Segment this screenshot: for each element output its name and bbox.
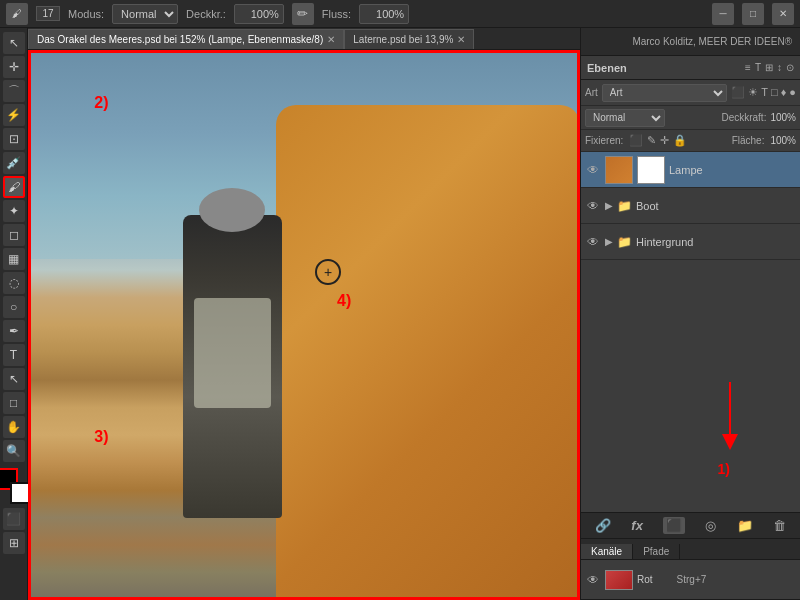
layer-arrow-hintergrund[interactable]: ▶ xyxy=(605,236,613,247)
user-info: Marco Kolditz, MEER DER IDEEN® xyxy=(632,36,792,47)
text-tool[interactable]: T xyxy=(3,344,25,366)
lasso-tool[interactable]: ⌒ xyxy=(3,80,25,102)
filter-icon-smart[interactable]: ♦ xyxy=(781,86,787,99)
tab-pfade[interactable]: Pfade xyxy=(633,544,680,559)
screen-mode-btn[interactable]: ⊞ xyxy=(3,532,25,554)
canvas-area: Das Orakel des Meeres.psd bei 152% (Lamp… xyxy=(28,28,580,600)
layer-item-hintergrund[interactable]: 👁 ▶ 📁 Hintergrund xyxy=(581,224,800,260)
channel-rot[interactable]: Rot Strg+7 xyxy=(605,570,706,590)
layer-thumb-lampe xyxy=(605,156,633,184)
layers-panel: Ebenen ≡ T ⊞ ↕ ⊙ Art Art ⬛ ☀ T xyxy=(581,56,800,538)
figure-body xyxy=(276,105,580,600)
canvas-image[interactable]: + 2) 3) 4) xyxy=(28,50,580,600)
fluss-label: Fluss: xyxy=(322,8,351,20)
tab-secondary[interactable]: Laterne.psd bei 13,9% ✕ xyxy=(344,29,474,49)
tab-kanale[interactable]: Kanäle xyxy=(581,544,633,559)
new-folder-icon[interactable]: 📁 xyxy=(737,518,753,533)
annotation-3: 3) xyxy=(94,428,108,446)
airbrush-icon[interactable]: ✏ xyxy=(292,3,314,25)
layer-filter-row: Art Art ⬛ ☀ T □ ♦ ● xyxy=(581,80,800,106)
layer-eye-boot[interactable]: 👁 xyxy=(585,198,601,214)
zoom-tool[interactable]: 🔍 xyxy=(3,440,25,462)
color-swatch-area xyxy=(0,468,32,504)
filter-icon-text[interactable]: T xyxy=(761,86,768,99)
layers-icon-3[interactable]: ⊞ xyxy=(765,62,773,73)
selection-tool[interactable]: ↖ xyxy=(3,32,25,54)
tab-main[interactable]: Das Orakel des Meeres.psd bei 152% (Lamp… xyxy=(28,29,344,49)
layers-icon-2[interactable]: T xyxy=(755,62,761,73)
layer-name-hintergrund: Hintergrund xyxy=(636,236,796,248)
eyedropper-tool[interactable]: 💉 xyxy=(3,152,25,174)
tab-bar: Das Orakel des Meeres.psd bei 152% (Lamp… xyxy=(28,28,580,50)
quick-mask-btn[interactable]: ⬛ xyxy=(3,508,25,530)
brush-icon: 🖌 xyxy=(6,3,28,25)
move-tool[interactable]: ✛ xyxy=(3,56,25,78)
lantern-glass xyxy=(194,298,271,408)
layer-arrow-boot[interactable]: ▶ xyxy=(605,200,613,211)
layer-eye-hintergrund[interactable]: 👁 xyxy=(585,234,601,250)
deckraft-label: Deckkr.: xyxy=(186,8,226,20)
filter-icons: ⬛ ☀ T □ ♦ ● xyxy=(731,86,796,99)
crop-tool[interactable]: ⊡ xyxy=(3,128,25,150)
filter-icon-shape[interactable]: □ xyxy=(771,86,778,99)
path-select-tool[interactable]: ↖ xyxy=(3,368,25,390)
lock-move[interactable]: ✛ xyxy=(660,134,669,147)
modus-label: Modus: xyxy=(68,8,104,20)
filter-dropdown[interactable]: Art xyxy=(602,84,728,102)
close-btn[interactable]: ✕ xyxy=(772,3,794,25)
pen-tool[interactable]: ✒ xyxy=(3,320,25,342)
left-toolbar: ↖ ✛ ⌒ ⚡ ⊡ 💉 🖌 ✦ ◻ ▦ ◌ ○ ✒ T ↖ □ ✋ 🔍 ⬛ ⊞ xyxy=(0,28,28,600)
channel-name-rot: Rot xyxy=(637,574,653,585)
modus-dropdown[interactable]: Normal xyxy=(112,4,178,24)
tab-secondary-close[interactable]: ✕ xyxy=(457,34,465,45)
fx-icon[interactable]: fx xyxy=(631,518,643,533)
layer-name-boot: Boot xyxy=(636,200,796,212)
eraser-tool[interactable]: ◻ xyxy=(3,224,25,246)
link-icon[interactable]: 🔗 xyxy=(595,518,611,533)
fix-label: Fixieren: xyxy=(585,135,623,146)
channel-eye-rot[interactable]: 👁 xyxy=(585,572,601,588)
lock-all[interactable]: 🔒 xyxy=(673,134,687,147)
adjustment-icon[interactable]: ◎ xyxy=(705,518,716,533)
shape-tool[interactable]: □ xyxy=(3,392,25,414)
filter-toggle[interactable]: ● xyxy=(789,86,796,99)
lock-position[interactable]: ✎ xyxy=(647,134,656,147)
layers-title: Ebenen xyxy=(587,62,627,74)
clone-stamp-tool[interactable]: ✦ xyxy=(3,200,25,222)
brush-tool red-outline active[interactable]: 🖌 xyxy=(3,176,25,198)
opacity-value: 100% xyxy=(770,112,796,123)
fill-value: 100% xyxy=(770,135,796,146)
top-bar: 🖌 17 Modus: Normal Deckkr.: ✏ Fluss: ─ □… xyxy=(0,0,800,28)
minimize-btn[interactable]: ─ xyxy=(712,3,734,25)
annotation-2: 2) xyxy=(94,94,108,112)
layers-icon-4[interactable]: ↕ xyxy=(777,62,782,73)
gradient-tool[interactable]: ▦ xyxy=(3,248,25,270)
layers-icon-5[interactable]: ⊙ xyxy=(786,62,794,73)
layer-folder-boot: 📁 xyxy=(617,199,632,213)
dodge-tool[interactable]: ○ xyxy=(3,296,25,318)
channel-shortcut-rot: Strg+7 xyxy=(677,574,707,585)
layer-item-boot[interactable]: 👁 ▶ 📁 Boot xyxy=(581,188,800,224)
filter-icon-pixel[interactable]: ⬛ xyxy=(731,86,745,99)
magic-wand-tool[interactable]: ⚡ xyxy=(3,104,25,126)
hand-tool[interactable]: ✋ xyxy=(3,416,25,438)
trash-icon[interactable]: 🗑 xyxy=(773,518,786,533)
brush-size[interactable]: 17 xyxy=(36,6,60,21)
layer-folder-hintergrund: 📁 xyxy=(617,235,632,249)
layer-blend-row: Normal Deckkraft: 100% xyxy=(581,106,800,130)
layer-item-lampe[interactable]: 👁 Lampe xyxy=(581,152,800,188)
fluss-input[interactable] xyxy=(359,4,409,24)
opacity-label: Deckkraft: xyxy=(721,112,766,123)
mask-icon[interactable]: ⬛ xyxy=(663,517,685,534)
deckraft-input[interactable] xyxy=(234,4,284,24)
blur-tool[interactable]: ◌ xyxy=(3,272,25,294)
blend-dropdown[interactable]: Normal xyxy=(585,109,665,127)
filter-icon-adjust[interactable]: ☀ xyxy=(748,86,758,99)
layers-icon-1[interactable]: ≡ xyxy=(745,62,751,73)
channel-thumb-rot xyxy=(605,570,633,590)
tab-main-close[interactable]: ✕ xyxy=(327,34,335,45)
layer-eye-lampe[interactable]: 👁 xyxy=(585,162,601,178)
lock-pixel[interactable]: ⬛ xyxy=(629,134,643,147)
lock-icons: ⬛ ✎ ✛ 🔒 xyxy=(629,134,687,147)
maximize-btn[interactable]: □ xyxy=(742,3,764,25)
